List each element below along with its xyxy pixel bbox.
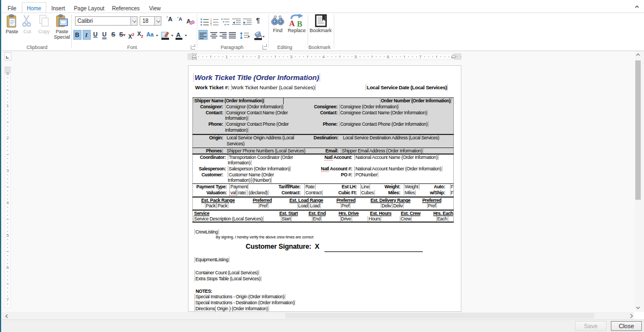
svg-text:3: 3 xyxy=(7,168,9,173)
svg-text:6: 6 xyxy=(7,265,9,270)
svg-text:B: B xyxy=(297,20,303,27)
svg-text:7: 7 xyxy=(7,297,9,302)
svg-text:3: 3 xyxy=(210,23,212,26)
svg-text:A: A xyxy=(289,19,295,27)
svg-text:1: 1 xyxy=(226,54,228,59)
svg-text:6: 6 xyxy=(387,54,390,59)
svg-text:3: 3 xyxy=(290,54,293,59)
svg-text:4: 4 xyxy=(7,200,9,205)
svg-text:2: 2 xyxy=(258,54,260,59)
svg-text:0: 0 xyxy=(7,71,9,76)
svg-text:5: 5 xyxy=(354,54,357,59)
svg-text:7: 7 xyxy=(419,54,422,59)
svg-text:5: 5 xyxy=(7,233,9,238)
svg-text:1: 1 xyxy=(7,103,9,108)
svg-text:A: A xyxy=(176,32,180,38)
svg-text:4: 4 xyxy=(322,54,325,59)
svg-text:2: 2 xyxy=(7,136,9,140)
